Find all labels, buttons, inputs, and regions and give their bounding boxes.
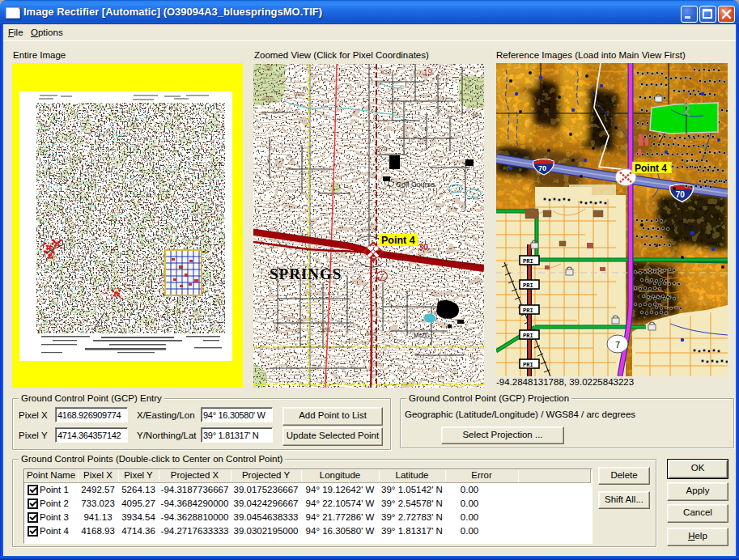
svg-text:7: 7	[615, 340, 620, 350]
svg-text:960: 960	[471, 112, 482, 119]
svg-text:983: 983	[320, 326, 331, 333]
svg-text:SPRINGS: SPRINGS	[270, 265, 342, 282]
svg-text:933: 933	[380, 68, 392, 75]
svg-text:Point 4: Point 4	[381, 235, 415, 246]
svg-text:PRI: PRI	[523, 258, 533, 265]
svg-text:Golf Course: Golf Course	[396, 180, 435, 189]
svg-text:PRI: PRI	[523, 282, 533, 289]
svg-text:70: 70	[538, 164, 546, 172]
svg-text:980: 980	[366, 330, 377, 337]
svg-text:MIZL: MIZL	[414, 332, 429, 339]
svg-text:PRI: PRI	[523, 308, 533, 314]
svg-text:7: 7	[380, 273, 384, 281]
svg-text:900: 900	[294, 91, 305, 98]
svg-text:Point 4: Point 4	[635, 163, 667, 174]
svg-text:978: 978	[376, 146, 388, 153]
svg-text:30: 30	[418, 242, 428, 252]
svg-text:19: 19	[423, 68, 433, 77]
svg-text:PRI: PRI	[523, 362, 533, 368]
svg-text:PRI: PRI	[523, 333, 533, 339]
